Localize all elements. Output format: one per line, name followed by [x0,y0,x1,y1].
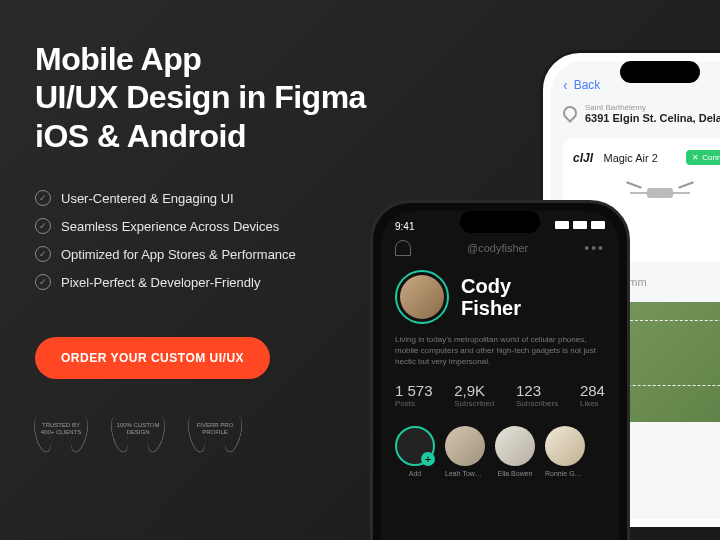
check-icon: ✕ [692,153,699,162]
feature-item: Seamless Experience Across Devices [35,218,375,234]
avatar[interactable] [395,270,449,324]
badge-item: 100% CUSTOM DESIGN [112,414,164,454]
trust-badges: TRUSTED BY 400+ CLIENTS 100% CUSTOM DESI… [35,414,375,454]
story-item[interactable]: Ronnie Goo… [545,426,585,477]
stat-subscribers[interactable]: 123Subscribers [516,382,558,408]
story-add[interactable]: Add [395,426,435,477]
profile-bio: Living in today's metropolitan world of … [395,334,605,368]
status-icons [555,221,605,232]
story-item[interactable]: Leah Town… [445,426,485,477]
connection-status-badge: ✕ Connected [686,150,720,165]
feature-item: Optimized for App Stores & Performance [35,246,375,262]
user-handle: @codyfisher [467,242,528,254]
stories-row: Add Leah Town… Ella Bowen Ronnie Goo… [395,426,605,477]
check-icon [35,218,51,234]
stat-posts[interactable]: 1 573Posts [395,382,433,408]
stats-row: 1 573Posts 2,9KSubscribed 123Subscribers… [395,382,605,408]
feature-item: User-Centered & Engaging UI [35,190,375,206]
profile-name: Cody Fisher [461,275,521,319]
check-icon [35,246,51,262]
stat-likes[interactable]: 284Likes [580,382,605,408]
badge-item: FIVERR PRO PROFILE [189,414,241,454]
device-brand: cIJI [573,151,593,165]
status-time: 9:41 [395,221,414,232]
location-main: 6391 Elgin St. Celina, Delaware 1 [585,112,720,124]
drone-image [630,174,690,206]
badge-item: TRUSTED BY 400+ CLIENTS [35,414,87,454]
profile-header: Cody Fisher [395,270,605,324]
device-model: Magic Air 2 [603,152,657,164]
location-sub: Saint Barthélemy [585,103,720,112]
feature-item: Pixel-Perfect & Developer-Friendly [35,274,375,290]
stat-subscribed[interactable]: 2,9KSubscribed [454,382,494,408]
pin-icon [560,103,580,123]
check-icon [35,274,51,290]
feature-list: User-Centered & Engaging UI Seamless Exp… [35,190,375,290]
chevron-left-icon: ‹ [563,77,568,93]
plus-icon [395,426,435,466]
bell-icon[interactable] [395,240,411,256]
headline: Mobile App UI/UX Design in Figma iOS & A… [35,40,375,155]
location-row[interactable]: Saint Barthélemy 6391 Elgin St. Celina, … [563,103,720,124]
phone-mockup-dark: 9:41 @codyfisher ••• Cody Fisher Living … [370,200,630,540]
more-icon[interactable]: ••• [584,240,605,256]
check-icon [35,190,51,206]
order-cta-button[interactable]: ORDER YOUR CUSTOM UI/UX [35,337,270,379]
story-item[interactable]: Ella Bowen [495,426,535,477]
